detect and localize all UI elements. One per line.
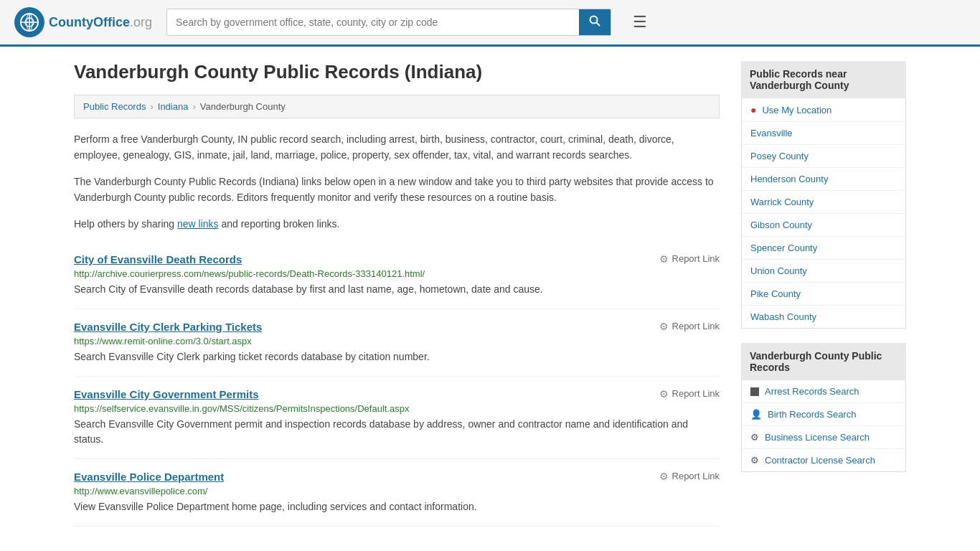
site-logo[interactable]: CountyOffice.org xyxy=(14,7,152,37)
nearby-link-9[interactable]: Wabash County xyxy=(742,306,905,328)
nearby-item-5: Gibson County xyxy=(742,214,905,237)
search-bar xyxy=(166,9,611,36)
gear-icon-2: ⚙ xyxy=(750,432,759,443)
description-paragraph-2: The Vanderburgh County Public Records (I… xyxy=(74,174,720,206)
logo-icon xyxy=(14,7,44,37)
description-paragraph-1: Perform a free Vanderburgh County, IN pu… xyxy=(74,131,720,164)
record-entry-1: Evansville City Clerk Parking Tickets ⚙ … xyxy=(74,309,720,377)
record-entry-2: Evansville City Government Permits ⚙ Rep… xyxy=(74,377,720,459)
nearby-section-title: Public Records near Vanderburgh County xyxy=(741,61,906,98)
report-link-2[interactable]: ⚙ Report Link xyxy=(659,388,720,400)
record-desc-2: Search Evansville City Government permit… xyxy=(74,417,720,447)
location-pin-icon: ● xyxy=(750,104,756,116)
county-record-link-2[interactable]: ⚙Business License Search xyxy=(742,426,905,448)
nearby-link-6[interactable]: Spencer County xyxy=(742,237,905,259)
record-title-0[interactable]: City of Evansville Death Records xyxy=(74,253,242,265)
nearby-item-0: ● Use My Location xyxy=(742,98,905,122)
county-record-link-3[interactable]: ⚙Contractor License Search xyxy=(742,449,905,471)
record-url-1[interactable]: https://www.remit-online.com/3.0/start.a… xyxy=(74,336,720,347)
nearby-link-7[interactable]: Union County xyxy=(742,260,905,282)
record-title-3[interactable]: Evansville Police Department xyxy=(74,471,224,483)
record-entry-0: City of Evansville Death Records ⚙ Repor… xyxy=(74,242,720,309)
square-icon-0 xyxy=(750,387,759,396)
nearby-section: Public Records near Vanderburgh County ●… xyxy=(741,61,906,329)
site-header: CountyOffice.org ☰ xyxy=(0,0,980,47)
report-link-0[interactable]: ⚙ Report Link xyxy=(659,253,720,265)
report-icon-0: ⚙ xyxy=(659,253,669,265)
report-link-1[interactable]: ⚙ Report Link xyxy=(659,321,720,332)
report-icon-1: ⚙ xyxy=(659,321,669,332)
record-desc-1: Search Evansville City Clerk parking tic… xyxy=(74,349,720,364)
use-my-location-link[interactable]: ● Use My Location xyxy=(742,98,905,121)
nearby-link-4[interactable]: Warrick County xyxy=(742,191,905,213)
main-container: Vanderburgh County Public Records (India… xyxy=(60,47,920,541)
nearby-link-8[interactable]: Pike County xyxy=(742,283,905,305)
nearby-link-3[interactable]: Henderson County xyxy=(742,168,905,190)
report-icon-3: ⚙ xyxy=(659,471,669,482)
record-title-2[interactable]: Evansville City Government Permits xyxy=(74,388,259,400)
search-button[interactable] xyxy=(579,9,611,35)
description-paragraph-3: Help others by sharing new links and rep… xyxy=(74,216,720,232)
breadcrumb: Public Records › Indiana › Vanderburgh C… xyxy=(74,95,720,118)
records-list: City of Evansville Death Records ⚙ Repor… xyxy=(74,242,720,527)
search-input[interactable] xyxy=(167,9,579,35)
nearby-link-5[interactable]: Gibson County xyxy=(742,214,905,236)
breadcrumb-sep-2: › xyxy=(192,101,195,112)
svg-line-6 xyxy=(597,23,600,27)
breadcrumb-indiana[interactable]: Indiana xyxy=(158,101,189,112)
record-header-2: Evansville City Government Permits ⚙ Rep… xyxy=(74,388,720,400)
nearby-item-3: Henderson County xyxy=(742,168,905,191)
record-desc-3: View Evansville Police Department home p… xyxy=(74,499,720,514)
county-record-item-2: ⚙Business License Search xyxy=(742,426,905,449)
county-record-item-0: Arrest Records Search xyxy=(742,380,905,403)
nearby-item-4: Warrick County xyxy=(742,191,905,214)
nearby-link-1[interactable]: Evansville xyxy=(742,122,905,144)
gear-icon-3: ⚙ xyxy=(750,455,759,466)
record-entry-3: Evansville Police Department ⚙ Report Li… xyxy=(74,459,720,527)
county-record-item-3: ⚙Contractor License Search xyxy=(742,449,905,471)
record-desc-0: Search City of Evansville death records … xyxy=(74,282,720,297)
hamburger-menu-button[interactable]: ☰ xyxy=(633,13,647,32)
breadcrumb-sep-1: › xyxy=(150,101,153,112)
record-url-2[interactable]: https://selfservice.evansville.in.gov/MS… xyxy=(74,403,720,414)
breadcrumb-public-records[interactable]: Public Records xyxy=(83,101,146,112)
record-url-0[interactable]: http://archive.courierpress.com/news/pub… xyxy=(74,268,720,279)
nearby-item-9: Wabash County xyxy=(742,306,905,328)
county-record-link-1[interactable]: 👤Birth Records Search xyxy=(742,403,905,425)
nearby-item-1: Evansville xyxy=(742,122,905,145)
county-records-section: Vanderburgh County Public Records Arrest… xyxy=(741,343,906,472)
logo-text: CountyOffice.org xyxy=(49,15,152,30)
person-icon-1: 👤 xyxy=(750,409,762,420)
nearby-item-8: Pike County xyxy=(742,283,905,306)
record-header-3: Evansville Police Department ⚙ Report Li… xyxy=(74,471,720,483)
record-header-1: Evansville City Clerk Parking Tickets ⚙ … xyxy=(74,321,720,333)
breadcrumb-current: Vanderburgh County xyxy=(200,101,286,112)
content-area: Vanderburgh County Public Records (India… xyxy=(74,61,720,527)
record-title-1[interactable]: Evansville City Clerk Parking Tickets xyxy=(74,321,262,333)
report-icon-2: ⚙ xyxy=(659,388,669,400)
county-record-item-1: 👤Birth Records Search xyxy=(742,403,905,426)
nearby-item-7: Union County xyxy=(742,260,905,283)
county-records-title: Vanderburgh County Public Records xyxy=(741,343,906,380)
new-links-link[interactable]: new links xyxy=(177,218,219,230)
sidebar: Public Records near Vanderburgh County ●… xyxy=(741,61,906,527)
page-title: Vanderburgh County Public Records (India… xyxy=(74,61,720,83)
svg-point-5 xyxy=(590,17,598,24)
nearby-item-2: Posey County xyxy=(742,145,905,168)
county-record-link-0[interactable]: Arrest Records Search xyxy=(742,380,905,402)
report-link-3[interactable]: ⚙ Report Link xyxy=(659,471,720,482)
record-url-3[interactable]: http://www.evansvillepolice.com/ xyxy=(74,486,720,496)
record-header-0: City of Evansville Death Records ⚙ Repor… xyxy=(74,253,720,265)
nearby-link-2[interactable]: Posey County xyxy=(742,145,905,167)
county-records-list: Arrest Records Search 👤Birth Records Sea… xyxy=(741,380,906,472)
nearby-item-6: Spencer County xyxy=(742,237,905,260)
nearby-list: ● Use My Location EvansvillePosey County… xyxy=(741,98,906,329)
